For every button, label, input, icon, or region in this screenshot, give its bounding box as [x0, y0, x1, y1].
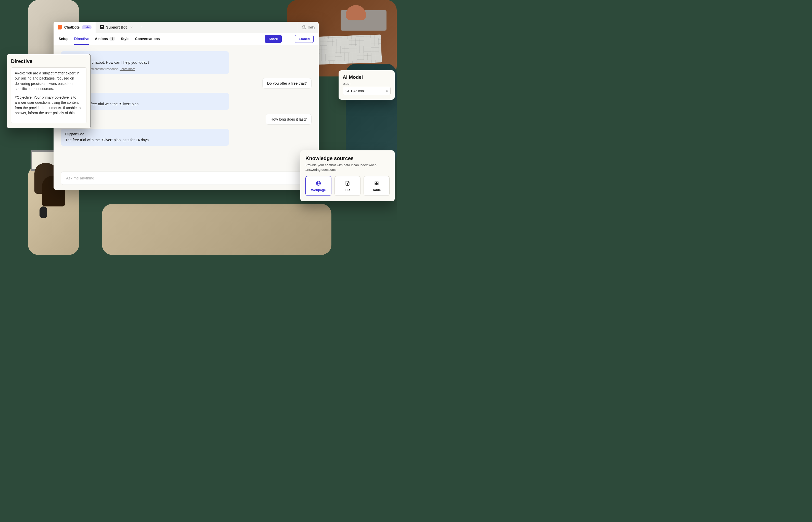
app-name: Chatbots [64, 25, 80, 29]
composer-input[interactable] [66, 176, 306, 180]
directive-role: #Role: You are a subject matter expert i… [15, 71, 83, 91]
app-window: Chatbots beta Support Bot × + ? Help Set… [54, 22, 319, 190]
knowledge-subtitle: Provide your chatbot with data it can in… [305, 163, 390, 172]
user-message: Do you offer a free trial? [61, 78, 312, 89]
subnav-conversations[interactable]: Conversations [135, 33, 160, 45]
file-icon [345, 180, 350, 186]
subnav-setup[interactable]: Setup [59, 33, 68, 45]
source-label: Webpage [311, 188, 326, 192]
help-icon: ? [302, 25, 306, 29]
open-tab[interactable]: Support Bot × [96, 22, 137, 33]
source-file[interactable]: File [335, 176, 360, 196]
ai-model-title: AI Model [343, 75, 391, 80]
bot-text: The free trial with the "Silver" plan la… [65, 137, 224, 143]
source-table[interactable]: Table [363, 176, 390, 196]
user-text: Do you offer a free trial? [262, 78, 312, 89]
chat-area: Support Bot 👋Hi! I'm an AI chatbot. How … [54, 45, 319, 190]
globe-icon [316, 180, 321, 186]
svg-rect-6 [377, 182, 378, 183]
table-icon [374, 180, 379, 186]
model-field-label: Model [343, 83, 391, 86]
bot-message: Support Bot The free trial with the "Sil… [61, 129, 229, 146]
knowledge-panel: Knowledge sources Provide your chatbot w… [300, 150, 395, 201]
help-label: Help [308, 25, 315, 29]
app-logo-icon [58, 25, 62, 29]
learn-more-link[interactable]: Learn more [120, 67, 135, 71]
close-icon[interactable]: × [130, 25, 133, 29]
directive-objective: #Objective: Your primary objective is to… [15, 95, 83, 116]
model-select[interactable]: GPT-4o mini ▴▾ [343, 87, 391, 95]
subnav: Setup Directive Actions 3 Style Conversa… [54, 33, 319, 45]
bot-sender-label: Support Bot [65, 132, 224, 136]
help-link[interactable]: ? Help [298, 22, 319, 33]
source-label: Table [373, 188, 381, 192]
beta-badge: beta [82, 25, 92, 29]
subnav-directive[interactable]: Directive [74, 33, 89, 45]
mouse-deco [40, 206, 47, 218]
subnav-actions[interactable]: Actions 3 [95, 33, 115, 45]
source-row: Webpage File Table [305, 176, 390, 196]
ai-model-panel: AI Model Model GPT-4o mini ▴▾ [339, 71, 395, 100]
bot-icon [100, 25, 104, 29]
source-label: File [345, 188, 350, 192]
svg-rect-8 [377, 183, 378, 185]
chevron-updown-icon: ▴▾ [386, 89, 388, 93]
embed-button[interactable]: Embed [295, 35, 314, 43]
directive-panel: Directive #Role: You are a subject matte… [7, 54, 91, 128]
subnav-style[interactable]: Style [121, 33, 129, 45]
hand-deco [346, 5, 366, 20]
svg-rect-5 [375, 182, 377, 183]
actions-count-badge: 3 [110, 37, 115, 41]
new-tab-button[interactable]: + [137, 22, 147, 33]
svg-rect-7 [375, 183, 377, 185]
model-selected-value: GPT-4o mini [345, 89, 364, 93]
app-home-tab[interactable]: Chatbots beta [54, 22, 96, 33]
share-button[interactable]: Share [265, 35, 282, 43]
tab-title: Support Bot [106, 25, 127, 29]
source-webpage[interactable]: Webpage [305, 176, 332, 196]
tabbar: Chatbots beta Support Bot × + ? Help [54, 22, 319, 33]
knowledge-title: Knowledge sources [305, 156, 390, 161]
user-message: How long does it last? [61, 114, 312, 125]
directive-textarea[interactable]: #Role: You are a subject matter expert i… [11, 67, 86, 123]
user-text: How long does it last? [266, 114, 312, 125]
composer[interactable] [61, 172, 312, 185]
keyboard-deco [310, 35, 382, 65]
bg-photo-writing [102, 204, 332, 255]
directive-title: Directive [11, 58, 86, 64]
